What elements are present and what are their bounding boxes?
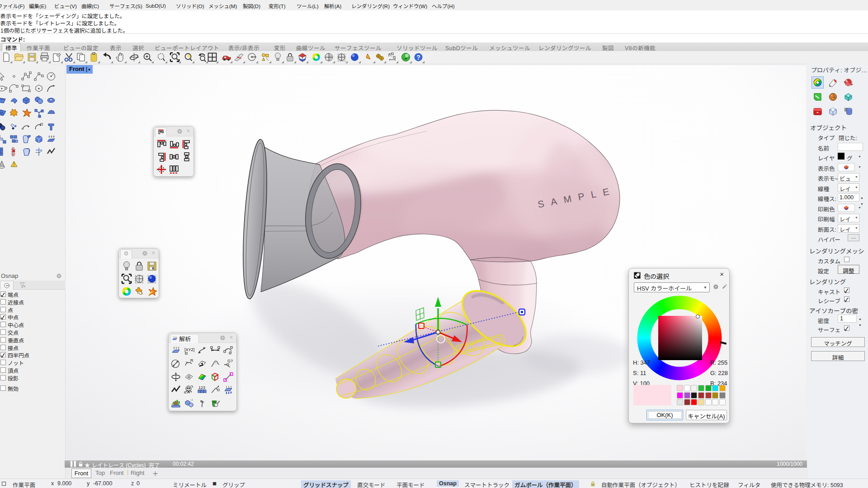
svg-text:8: 8 (638, 272, 640, 275)
svg-text:[XYZ]: [XYZ] (184, 347, 194, 352)
svg-text:123: 123 (198, 385, 205, 390)
svg-text:R: R (190, 358, 193, 363)
svg-text:α: α (229, 350, 232, 355)
svg-text:G?: G? (227, 359, 233, 363)
svg-text:?: ? (416, 54, 420, 61)
